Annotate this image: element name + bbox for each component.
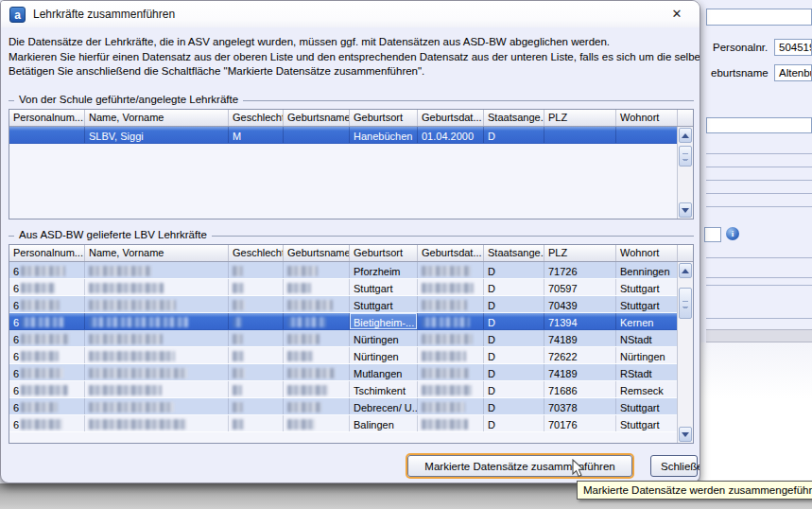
redacted-value bbox=[233, 334, 243, 344]
table-cell: Remseck bbox=[616, 381, 678, 397]
close-button[interactable]: Schließen bbox=[650, 455, 698, 477]
dialog-titlebar[interactable]: a Lehrkräfte zusammenführen ✕ bbox=[1, 1, 700, 27]
table-row[interactable]: 6Debrecen/ U...D70378Stuttgart bbox=[9, 398, 693, 415]
column-header[interactable]: Geburtsort bbox=[350, 245, 418, 261]
scroll-up-icon[interactable] bbox=[679, 263, 692, 278]
scrollbar[interactable] bbox=[677, 127, 693, 219]
form-divider bbox=[706, 277, 812, 278]
table-row[interactable]: 6BalingenD70176Stuttgart bbox=[9, 415, 693, 432]
table-cell: Pforzheim bbox=[350, 262, 418, 278]
table-row[interactable]: 6StuttgartD70439Stuttgart bbox=[9, 296, 693, 313]
table-cell: D bbox=[484, 127, 544, 143]
info-icon[interactable]: i bbox=[726, 227, 739, 240]
table-cell bbox=[616, 127, 678, 143]
table-row[interactable]: 6NürtingenD74189NStadt bbox=[9, 330, 693, 347]
scroll-down-icon[interactable] bbox=[679, 202, 692, 218]
table-cell bbox=[418, 415, 484, 431]
table-cell bbox=[85, 364, 229, 380]
column-header[interactable]: Staatsange... bbox=[484, 245, 544, 261]
personalnr-field[interactable]: 504519 bbox=[774, 39, 812, 56]
redacted-value bbox=[233, 266, 243, 276]
redacted-value bbox=[422, 334, 473, 344]
background-input[interactable] bbox=[706, 9, 812, 26]
column-header[interactable]: Wohnort bbox=[616, 110, 678, 126]
table-cell: Balingen bbox=[350, 415, 418, 431]
column-header[interactable]: Staatsange... bbox=[484, 110, 544, 126]
close-icon[interactable]: ✕ bbox=[668, 6, 685, 23]
redacted-value bbox=[89, 266, 151, 276]
group-asdbw-teachers: Aus ASD-BW gelieferte LBV Lehrkräfte bbox=[9, 230, 694, 241]
background-input[interactable] bbox=[706, 117, 812, 133]
table-cell bbox=[284, 296, 350, 312]
table-row[interactable]: 6PforzheimD71726Benningen bbox=[9, 262, 693, 279]
table-cell bbox=[229, 415, 284, 431]
redacted-value bbox=[233, 402, 243, 412]
column-header[interactable]: Name, Vorname bbox=[85, 245, 229, 261]
table-row[interactable]: 6Bietigheim-...D71394Kernen bbox=[9, 313, 693, 330]
table-cell: 6 bbox=[9, 330, 85, 346]
redacted-value bbox=[287, 402, 321, 412]
redacted-value bbox=[287, 419, 315, 430]
column-header[interactable]: Name, Vorname bbox=[85, 110, 229, 126]
table-row[interactable]: 6TschimkentD71686Remseck bbox=[9, 381, 693, 398]
redacted-value bbox=[233, 351, 244, 361]
form-divider bbox=[706, 180, 812, 181]
column-header[interactable]: Geburtsort bbox=[350, 110, 418, 126]
table-row[interactable]: 6StuttgartD70597Stuttgart bbox=[9, 279, 693, 296]
table-cell bbox=[418, 330, 484, 346]
table-cell bbox=[284, 279, 350, 295]
redacted-value bbox=[233, 419, 244, 430]
group-label: Aus ASD-BW gelieferte LBV Lehrkräfte bbox=[19, 229, 207, 240]
column-header[interactable]: Personalnum... bbox=[9, 245, 85, 261]
table-row[interactable]: 6MutlangenD74189RStadt bbox=[9, 364, 693, 381]
column-header[interactable]: Geschlecht bbox=[229, 245, 284, 261]
background-checkbox[interactable] bbox=[704, 227, 721, 242]
redacted-value bbox=[233, 300, 245, 310]
table-cell: RStadt bbox=[616, 364, 678, 380]
scrollbar[interactable] bbox=[677, 262, 693, 443]
table-cell: 70597 bbox=[544, 279, 616, 295]
column-header[interactable]: Geburtsdat... bbox=[418, 245, 484, 261]
scroll-up-icon[interactable] bbox=[679, 128, 692, 143]
table-cell bbox=[9, 127, 85, 143]
table-cell: 6 bbox=[9, 296, 85, 312]
redacted-value bbox=[287, 283, 311, 293]
column-header[interactable]: Personalnum... bbox=[9, 110, 85, 126]
table-cell: D bbox=[484, 364, 544, 380]
table-cell: 6 bbox=[9, 313, 85, 329]
scrollbar-thumb[interactable] bbox=[679, 146, 692, 167]
form-divider bbox=[706, 193, 812, 194]
table-cell: Debrecen/ U... bbox=[350, 398, 418, 414]
column-header[interactable]: PLZ bbox=[544, 245, 616, 261]
table-cell: D bbox=[484, 262, 544, 278]
description-line: Betätigen Sie anschließend die Schaltflä… bbox=[9, 64, 700, 79]
school-teachers-table: Personalnum...Name, VornameGeschlechtGeb… bbox=[9, 109, 694, 219]
scrollbar-thumb[interactable] bbox=[679, 288, 692, 319]
table-cell bbox=[229, 347, 284, 363]
group-school-teachers: Von der Schule geführte/angelegte Lehrkr… bbox=[9, 95, 694, 106]
table-row[interactable]: SLBV, SiggiMHanebüchen01.04.2000D bbox=[9, 127, 693, 144]
column-header[interactable]: Geburtsname bbox=[284, 245, 350, 261]
column-header[interactable]: Wohnort bbox=[616, 245, 678, 261]
redacted-value bbox=[422, 266, 471, 276]
table-cell: 6 bbox=[9, 398, 85, 414]
table-cell: Hanebüchen bbox=[350, 127, 418, 143]
table-cell bbox=[284, 313, 350, 329]
table-cell: D bbox=[484, 279, 544, 295]
table-cell: Nürtingen bbox=[350, 347, 418, 363]
merge-records-button[interactable]: Markierte Datensätze zusammenführen bbox=[407, 455, 632, 477]
table-cell: 71726 bbox=[544, 262, 616, 278]
table-cell bbox=[418, 364, 484, 380]
geburtsname-field[interactable]: Altenbu bbox=[774, 64, 812, 81]
table-cell: Mutlangen bbox=[350, 364, 418, 380]
redacted-value bbox=[21, 283, 55, 293]
column-header[interactable]: Geburtsdat... bbox=[418, 110, 484, 126]
column-header[interactable]: Geburtsname bbox=[284, 110, 350, 126]
table-row[interactable]: 6NürtingenD72622Nürtingen bbox=[9, 347, 693, 364]
form-divider bbox=[706, 285, 812, 286]
column-header[interactable]: Geschlecht bbox=[229, 110, 284, 126]
scroll-down-icon[interactable] bbox=[679, 427, 692, 442]
redacted-value bbox=[422, 300, 467, 310]
column-header[interactable]: PLZ bbox=[544, 110, 616, 126]
redacted-value bbox=[233, 283, 244, 293]
